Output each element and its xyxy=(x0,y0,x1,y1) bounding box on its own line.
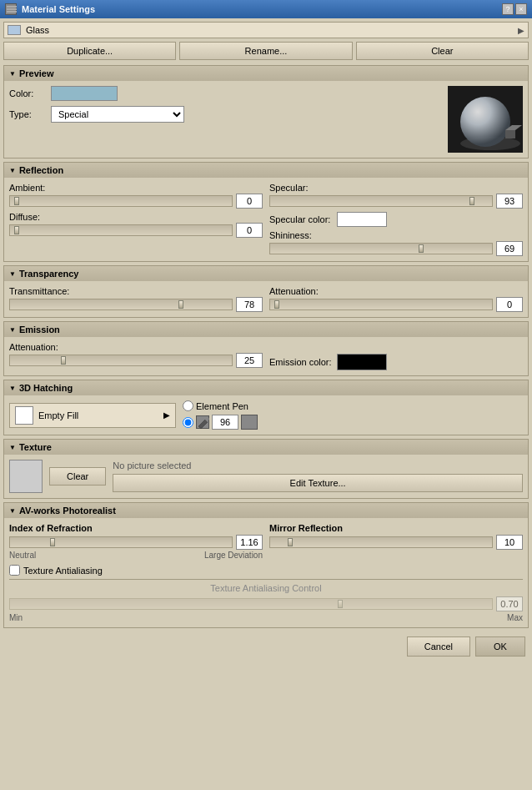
ambient-slider[interactable] xyxy=(9,195,233,207)
texture-aa-row: Texture Antialiasing xyxy=(9,565,523,576)
ior-slider[interactable] xyxy=(9,536,233,548)
pen-number-input[interactable]: 96 xyxy=(212,415,238,430)
attenuation-trans-label: Attenuation: xyxy=(269,286,523,296)
mirror-slider[interactable] xyxy=(269,536,493,548)
svg-rect-2 xyxy=(7,11,17,13)
diffuse-thumb[interactable] xyxy=(14,226,19,234)
emission-attenuation-label: Attenuation: xyxy=(9,342,263,352)
emission-attenuation-slider-row: 25 xyxy=(9,353,263,368)
transparency-collapse-arrow: ▼ xyxy=(9,270,16,278)
element-pen-radio[interactable] xyxy=(183,400,193,411)
help-button[interactable]: ? xyxy=(502,3,514,15)
transmittance-thumb[interactable] xyxy=(178,300,183,309)
ambient-input[interactable]: 0 xyxy=(236,194,263,209)
preview-controls: Color: Type: Special Standard Custom xyxy=(9,86,448,123)
ior-hints: Neutral Large Deviation xyxy=(9,551,263,560)
title-bar: Material Settings ? × xyxy=(0,0,532,18)
rename-button[interactable]: Rename... xyxy=(179,42,352,60)
ambient-label: Ambient: xyxy=(9,183,263,193)
emission-section: ▼ Emission Attenuation: 25 Emission colo… xyxy=(3,321,529,376)
aa-thumb[interactable] xyxy=(338,600,343,608)
window-icon xyxy=(5,3,17,15)
transparency-section-label: Transparency xyxy=(19,269,79,279)
preview-collapse-arrow: ▼ xyxy=(9,70,16,78)
shininess-slider[interactable] xyxy=(269,243,493,254)
diffuse-slider[interactable] xyxy=(9,224,233,236)
transparency-section-header[interactable]: ▼ Transparency xyxy=(4,266,528,281)
preview-section-header[interactable]: ▼ Preview xyxy=(4,66,528,81)
close-button[interactable]: × xyxy=(515,3,527,15)
texture-section-header[interactable]: ▼ Texture xyxy=(4,440,528,455)
ambient-thumb[interactable] xyxy=(14,197,19,205)
footer: Cancel OK xyxy=(3,631,529,662)
svg-point-5 xyxy=(460,97,510,147)
avworks-body: Index of Refraction 1.16 Neutral Large D… xyxy=(4,518,528,627)
specular-slider[interactable] xyxy=(269,195,493,207)
material-name: Glass xyxy=(26,25,518,35)
duplicate-button[interactable]: Duplicate... xyxy=(3,42,176,60)
empty-fill-button[interactable]: Empty Fill ▶ xyxy=(9,403,176,428)
texture-clear-button[interactable]: Clear xyxy=(49,467,106,486)
reflection-section-header[interactable]: ▼ Reflection xyxy=(4,163,528,178)
emission-attenuation-slider[interactable] xyxy=(9,355,233,366)
texture-body: Clear No picture selected Edit Texture..… xyxy=(4,455,528,498)
aa-slider-row: 0.70 xyxy=(9,596,523,611)
clear-button[interactable]: Clear xyxy=(356,42,529,60)
aa-slider[interactable] xyxy=(9,598,493,610)
transmittance-slider[interactable] xyxy=(9,299,233,310)
emission-color-label: Emission color: xyxy=(269,357,332,367)
hatching-section: ▼ 3D Hatching Empty Fill ▶ Element Pen xyxy=(3,380,529,435)
texture-aa-checkbox[interactable] xyxy=(9,565,20,576)
diffuse-label: Diffuse: xyxy=(9,212,263,222)
min-label: Min xyxy=(9,613,23,622)
emission-attenuation-input[interactable]: 25 xyxy=(236,353,263,368)
diffuse-slider-row: 0 xyxy=(9,223,263,238)
mirror-input[interactable]: 10 xyxy=(496,535,523,550)
type-select[interactable]: Special Standard Custom xyxy=(51,106,184,123)
pen-active-radio[interactable] xyxy=(183,417,193,428)
reflection-collapse-arrow: ▼ xyxy=(9,167,16,174)
pen-color-swatch[interactable] xyxy=(241,415,258,430)
mirror-thumb[interactable] xyxy=(288,538,293,546)
aa-control-label: Texture Antialiasing Control xyxy=(9,583,523,593)
emission-section-header[interactable]: ▼ Emission xyxy=(4,322,528,337)
aa-input[interactable]: 0.70 xyxy=(496,596,523,611)
emission-attenuation-thumb[interactable] xyxy=(61,356,66,365)
shininess-thumb[interactable] xyxy=(419,244,424,253)
attenuation-trans-input[interactable]: 0 xyxy=(496,297,523,312)
specular-color-swatch[interactable] xyxy=(337,212,387,227)
avworks-row: Index of Refraction 1.16 Neutral Large D… xyxy=(9,523,523,560)
element-pen-option: Element Pen xyxy=(183,400,523,411)
shininess-input[interactable]: 69 xyxy=(496,241,523,256)
texture-info: No picture selected Edit Texture... xyxy=(113,460,523,492)
ior-thumb[interactable] xyxy=(50,538,55,546)
ior-input[interactable]: 1.16 xyxy=(236,535,263,550)
specular-label: Specular: xyxy=(269,183,523,193)
specular-input[interactable]: 93 xyxy=(496,194,523,209)
shininess-slider-row: 69 xyxy=(269,241,523,256)
transmittance-slider-row: 78 xyxy=(9,297,263,312)
emission-color-swatch[interactable] xyxy=(337,354,387,370)
edit-texture-button[interactable]: Edit Texture... xyxy=(113,474,523,492)
transmittance-input[interactable]: 78 xyxy=(236,297,263,312)
preview-section-label: Preview xyxy=(19,68,54,78)
emission-section-label: Emission xyxy=(19,325,60,335)
specular-thumb[interactable] xyxy=(469,197,474,205)
attenuation-trans-slider[interactable] xyxy=(269,299,493,310)
texture-section: ▼ Texture Clear No picture selected Edit… xyxy=(3,439,529,499)
specular-color-label: Specular color: xyxy=(269,214,330,224)
preview-render xyxy=(448,86,523,153)
color-swatch[interactable] xyxy=(51,86,118,101)
attenuation-trans-slider-row: 0 xyxy=(269,297,523,312)
attenuation-trans-thumb[interactable] xyxy=(274,300,279,309)
window-title: Material Settings xyxy=(22,4,95,14)
material-icon xyxy=(8,25,21,35)
hatching-section-header[interactable]: ▼ 3D Hatching xyxy=(4,380,528,395)
cancel-button[interactable]: Cancel xyxy=(407,637,470,657)
avworks-section-header[interactable]: ▼ AV-works Photorealist xyxy=(4,503,528,518)
diffuse-input[interactable]: 0 xyxy=(236,223,263,238)
ior-hint-right: Large Deviation xyxy=(204,551,263,560)
ok-button[interactable]: OK xyxy=(475,637,525,657)
material-dropdown[interactable]: Glass ▶ xyxy=(3,22,529,38)
ior-col: Index of Refraction 1.16 Neutral Large D… xyxy=(9,523,263,560)
